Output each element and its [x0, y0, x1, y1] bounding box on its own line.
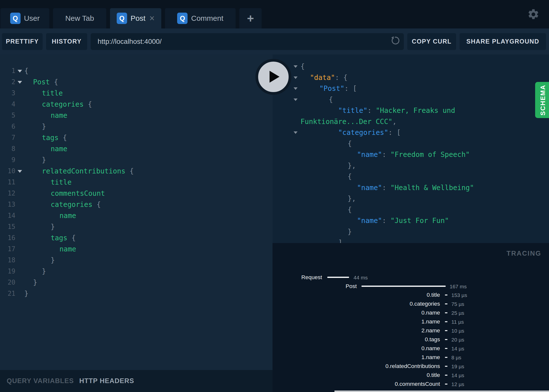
tracing-duration-value: 75 µs — [451, 301, 464, 307]
tab-post[interactable]: QPost× — [110, 8, 161, 28]
tracing-row: 0.tags20 µs — [273, 336, 549, 343]
response-segment: "Post" — [319, 84, 344, 93]
collapse-arrow-icon[interactable] — [294, 131, 298, 134]
response-row: { — [273, 61, 549, 72]
reload-icon[interactable] — [390, 36, 400, 47]
response-segment: "Health & Wellbeing" — [390, 184, 474, 192]
tracing-dash — [445, 375, 447, 376]
tracing-dash — [445, 384, 447, 385]
response-segment: : — [382, 217, 390, 225]
fold-gutter — [15, 255, 24, 266]
code-segment: { — [97, 200, 101, 209]
response-row: }, — [273, 193, 549, 204]
settings-gear-icon[interactable] — [527, 8, 540, 21]
fold-arrow-icon[interactable] — [15, 166, 24, 177]
tracing-row: Post167 ms — [273, 283, 549, 290]
collapse-arrow-icon[interactable] — [294, 76, 298, 79]
code-segment: name — [51, 145, 67, 153]
http-headers-tab[interactable]: HTTP HEADERS — [79, 377, 134, 385]
tracing-duration-value: 10 µs — [451, 328, 464, 334]
response-text: Funktionäre...Der CCC", — [273, 118, 397, 126]
code-text: title — [24, 88, 63, 99]
query-badge-icon: Q — [10, 13, 21, 24]
response-segment: "categories" — [338, 128, 388, 137]
tracing-dash — [445, 303, 447, 304]
tab-user[interactable]: QUser — [0, 8, 49, 28]
code-text: } — [24, 221, 55, 232]
collapse-arrow-icon[interactable] — [294, 65, 298, 68]
endpoint-url[interactable]: http://localhost:4000/ — [98, 38, 390, 46]
response-text: ] — [273, 239, 342, 243]
code-text: commentsCount — [24, 188, 105, 199]
fold-gutter — [15, 154, 24, 166]
line-number: 20 — [0, 277, 15, 288]
collapse-arrow-icon[interactable] — [294, 98, 298, 101]
tracing-span-label: 0.name — [421, 310, 440, 316]
tracing-row: 0.title14 µs — [273, 372, 549, 378]
tracing-dash — [445, 366, 447, 367]
tracing-row: 1.name11 µs — [273, 318, 549, 325]
code-segment: name — [59, 212, 76, 220]
code-segment: title — [42, 89, 63, 97]
tracing-span-label: Post — [346, 283, 357, 290]
collapse-arrow-icon[interactable] — [294, 87, 298, 90]
tracing-duration-value: 14 µs — [451, 346, 464, 352]
tab-new-tab[interactable]: New Tab — [53, 8, 106, 28]
query-variables-tab[interactable]: QUERY VARIABLES — [7, 377, 74, 385]
response-text: { — [273, 140, 352, 148]
fold-gutter — [15, 121, 24, 132]
tracing-scrollbar[interactable] — [334, 391, 549, 392]
code-segment: } — [42, 122, 46, 131]
response-segment: "name" — [357, 184, 382, 192]
editor-line: 19} — [0, 266, 273, 277]
fold-gutter — [15, 277, 24, 288]
response-row: "title": "Hacker, Freaks und — [273, 105, 549, 116]
response-segment: }, — [348, 162, 356, 170]
fold-arrow-icon[interactable] — [15, 65, 24, 76]
code-segment: tags — [42, 134, 63, 142]
fold-arrow-icon[interactable] — [15, 76, 24, 88]
code-segment: { — [130, 167, 134, 175]
response-segment: "name" — [357, 150, 382, 159]
code-text: name — [24, 244, 76, 255]
tab-comment[interactable]: QComment — [165, 8, 236, 28]
query-editor-pane[interactable]: 1{2Post {3title4categories {5name6}7tags… — [0, 54, 273, 370]
line-number: 1 — [0, 65, 15, 76]
code-text: title — [24, 177, 72, 188]
tracing-span-label: 0.categories — [410, 301, 440, 307]
response-pane[interactable]: {"data": {"Post": [{"title": "Hacker, Fr… — [273, 54, 549, 243]
tracing-duration-value: 44 ms — [354, 275, 368, 281]
tracing-row: 0.relatedContributions19 µs — [273, 363, 549, 369]
tracing-dash — [445, 321, 447, 322]
code-text: } — [24, 277, 37, 288]
response-row: "Post": [ — [273, 83, 549, 94]
close-tab-icon[interactable]: × — [149, 14, 155, 23]
share-playground-button[interactable]: SHARE PLAYGROUND — [460, 33, 546, 50]
code-text: tags { — [24, 132, 67, 143]
tracing-dash — [445, 348, 447, 349]
fold-gutter — [15, 199, 24, 210]
schema-tab-label: SCHEMA — [539, 85, 547, 116]
execute-query-button[interactable] — [255, 59, 291, 95]
response-row: { — [273, 94, 549, 105]
code-text: categories { — [24, 99, 92, 110]
tracing-span-label: Request — [301, 274, 322, 281]
copy-curl-button[interactable]: COPY CURL — [407, 33, 456, 50]
tracing-span-label: 2.name — [421, 327, 440, 334]
editor-line: 21} — [0, 288, 273, 299]
tracing-row: 1.name8 µs — [273, 354, 549, 361]
code-text: tags { — [24, 232, 76, 244]
tab-label: New Tab — [65, 14, 94, 23]
response-segment: "Freedom of Speech" — [390, 150, 470, 159]
code-text: Post { — [24, 76, 58, 88]
response-row: { — [273, 138, 549, 149]
editor-line: 11title — [0, 177, 273, 188]
schema-tab[interactable]: SCHEMA — [535, 82, 549, 118]
new-tab-button[interactable]: + — [239, 8, 262, 28]
history-button[interactable]: HISTORY — [46, 33, 87, 50]
endpoint-url-bar[interactable]: http://localhost:4000/ — [91, 33, 404, 50]
tracing-panel[interactable]: TRACING Request44 msPost167 ms0.title153… — [273, 243, 549, 392]
prettify-button[interactable]: PRETTIFY — [2, 33, 43, 50]
fold-gutter — [15, 232, 24, 244]
tracing-row: 0.name14 µs — [273, 345, 549, 352]
